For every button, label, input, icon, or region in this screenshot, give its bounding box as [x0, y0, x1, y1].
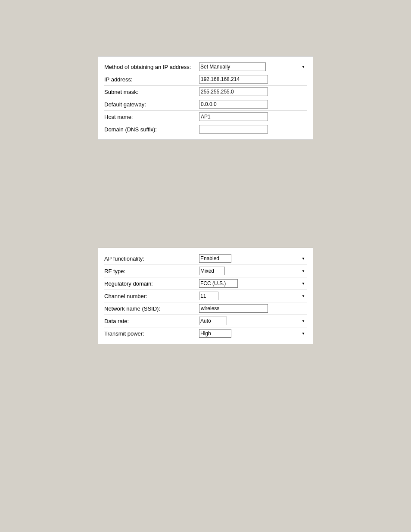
data-rate-dropdown[interactable]: Auto 1 Mbps 2 Mbps 5.5 Mbps 11 Mbps [199, 317, 227, 325]
transmit-power-row: Transmit power: High Medium Low [104, 327, 307, 339]
gateway-control [199, 100, 307, 109]
rf-type-dropdown[interactable]: Mixed 802.11b 802.11g [199, 267, 225, 275]
domain-control [199, 125, 307, 134]
hostname-label: Host name: [104, 114, 199, 120]
rf-type-row: RF type: Mixed 802.11b 802.11g [104, 265, 307, 277]
ip-address-row: IP address: [104, 73, 307, 86]
ap-functionality-control: Enabled Disabled [199, 254, 307, 263]
ip-settings-panel: Method of obtaining an IP address: Set M… [98, 56, 313, 140]
gateway-label: Default gateway: [104, 101, 199, 108]
subnet-mask-row: Subnet mask: [104, 86, 307, 98]
domain-row: Domain (DNS suffix): [104, 123, 307, 135]
ip-address-input[interactable] [199, 75, 268, 84]
regulatory-domain-label: Regulatory domain: [104, 280, 199, 287]
ap-settings-panel: AP functionality: Enabled Disabled RF ty… [98, 248, 313, 344]
subnet-mask-label: Subnet mask: [104, 89, 199, 95]
regulatory-domain-dropdown[interactable]: FCC (U.S.) ETSI TELEC [199, 279, 238, 288]
ssid-control [199, 304, 307, 313]
ip-address-label: IP address: [104, 76, 199, 83]
method-dropdown[interactable]: Set Manually DHCP BootP [199, 62, 266, 71]
rf-type-control: Mixed 802.11b 802.11g [199, 267, 307, 275]
data-rate-label: Data rate: [104, 318, 199, 324]
hostname-input[interactable] [199, 112, 268, 121]
method-row: Method of obtaining an IP address: Set M… [104, 61, 307, 73]
ap-functionality-dropdown[interactable]: Enabled Disabled [199, 254, 231, 263]
page-container: Method of obtaining an IP address: Set M… [0, 0, 411, 532]
ssid-row: Network name (SSID): [104, 302, 307, 315]
ssid-input[interactable] [199, 304, 268, 313]
regulatory-domain-row: Regulatory domain: FCC (U.S.) ETSI TELEC [104, 277, 307, 290]
gateway-input[interactable] [199, 100, 268, 109]
transmit-power-dropdown[interactable]: High Medium Low [199, 329, 231, 338]
transmit-power-control: High Medium Low [199, 329, 307, 338]
regulatory-domain-control: FCC (U.S.) ETSI TELEC [199, 279, 307, 288]
ap-functionality-row: AP functionality: Enabled Disabled [104, 252, 307, 265]
ip-address-control [199, 75, 307, 84]
data-rate-control: Auto 1 Mbps 2 Mbps 5.5 Mbps 11 Mbps [199, 317, 307, 325]
hostname-control [199, 112, 307, 121]
subnet-mask-input[interactable] [199, 87, 268, 96]
channel-number-label: Channel number: [104, 293, 199, 299]
ssid-label: Network name (SSID): [104, 305, 199, 312]
rf-type-label: RF type: [104, 268, 199, 274]
domain-label: Domain (DNS suffix): [104, 126, 199, 133]
method-control: Set Manually DHCP BootP [199, 62, 307, 71]
subnet-mask-control [199, 87, 307, 96]
domain-input[interactable] [199, 125, 268, 134]
gateway-row: Default gateway: [104, 98, 307, 111]
method-label: Method of obtaining an IP address: [104, 64, 199, 70]
transmit-power-label: Transmit power: [104, 330, 199, 337]
channel-number-control: 1234 5678 91011 [199, 292, 307, 300]
hostname-row: Host name: [104, 111, 307, 123]
data-rate-row: Data rate: Auto 1 Mbps 2 Mbps 5.5 Mbps 1… [104, 315, 307, 327]
ap-functionality-label: AP functionality: [104, 255, 199, 262]
channel-number-dropdown[interactable]: 1234 5678 91011 [199, 292, 218, 300]
channel-number-row: Channel number: 1234 5678 91011 [104, 290, 307, 302]
